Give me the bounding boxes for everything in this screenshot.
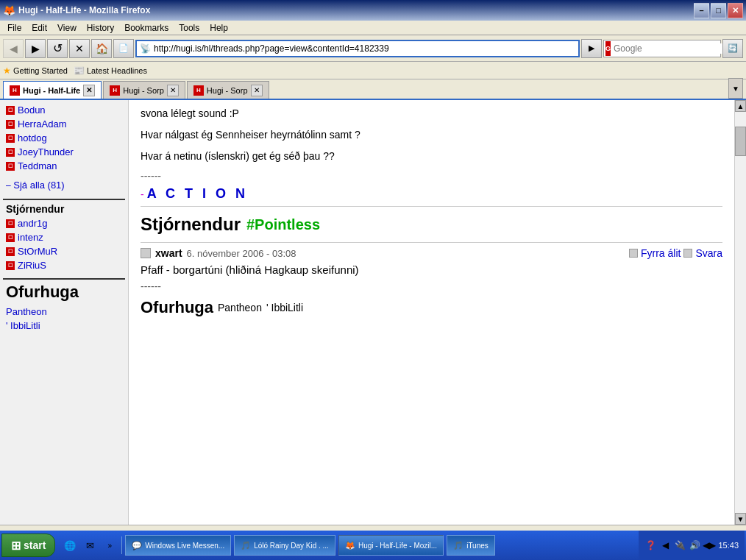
taskbar-item-messenger[interactable]: 💬 Windows Live Messen... (125, 535, 231, 556)
refresh-icon[interactable]: 🔄 (722, 39, 743, 58)
sidebar-item-herraAdam[interactable]: ☐ HerraAdam (0, 117, 128, 131)
sidebar-item-stOrMuR[interactable]: ☐ StOrMuR (0, 244, 128, 258)
tab-label-2: Hugi - Sorp (207, 86, 248, 95)
tab-hugi-sorp-1[interactable]: H Hugi - Sorp ✕ (103, 81, 185, 99)
action-dash: - (141, 188, 144, 200)
action-line: - A C T I O N (141, 186, 722, 202)
reload-button[interactable]: ↺ (47, 39, 68, 58)
sidebar-item-hotdog[interactable]: ☐ hotdog (0, 131, 128, 145)
post-date: 6. nóvember 2006 - 03:08 (187, 248, 296, 259)
tab-icon-2: H (193, 85, 204, 96)
menu-view[interactable]: View (53, 21, 81, 35)
sidebar-item-joeyThunder[interactable]: ☐ JoeyThunder (0, 145, 128, 159)
tray-question: ❓ (644, 539, 656, 551)
menu-history[interactable]: History (82, 21, 118, 35)
tab-close-0[interactable]: ✕ (83, 85, 95, 96)
start-button[interactable]: ⊞ start (1, 534, 55, 557)
tab-icon-0: H (10, 85, 20, 96)
post-header: xwart 6. nóvember 2006 - 03:08 Fyrra áli… (141, 247, 722, 259)
taskbar-label-firefox: Hugi - Half-Life - Mozil... (358, 542, 437, 550)
address-bar[interactable]: 📡 (135, 40, 580, 57)
back-button[interactable]: ◀ (3, 39, 24, 58)
bookmark-getting-started[interactable]: ★ Getting Started (3, 65, 68, 76)
ql-arrow[interactable]: » (101, 536, 118, 554)
bookmarks-bar: ★ Getting Started 📰 Latest Headlines (0, 62, 746, 79)
sidebar-section-stjornendur: Stjórnendur (0, 200, 128, 216)
taskbar-item-itunes[interactable]: 🎵 iTunes (447, 535, 495, 556)
main-content: svona lélegt sound :P Hvar nálgast ég Se… (129, 100, 734, 525)
user-icon-joeyThunder: ☐ (6, 148, 15, 157)
maximize-button[interactable]: □ (711, 3, 726, 18)
search-input[interactable] (612, 43, 725, 54)
user-icon-stOrMuR: ☐ (6, 247, 15, 256)
scroll-thumb[interactable] (735, 127, 746, 156)
taskbar-label-messenger: Windows Live Messen... (145, 542, 224, 550)
taskbar-label-lolorainyday: Lóló Rainy Day Kid . ... (254, 542, 329, 550)
ofurhuga-section: Ofurhuga Pantheon ' IbbiLitli (141, 298, 722, 317)
see-all-link[interactable]: – Sjá alla (81) (0, 177, 128, 193)
tab-label-0: Hugi - Half-Life (23, 86, 80, 95)
close-button[interactable]: ✕ (728, 3, 743, 18)
taskbar-icon-firefox: 🦊 (345, 541, 355, 550)
sidebar-item-bodun[interactable]: ☐ Bodun (0, 103, 128, 117)
prev-link[interactable]: Fyrra álit (641, 247, 681, 259)
reply-link[interactable]: Svara (695, 247, 722, 259)
menu-edit[interactable]: Edit (27, 21, 51, 35)
tab-label-1: Hugi - Sorp (123, 86, 164, 95)
stop-button[interactable]: ✕ (69, 39, 90, 58)
taskbar-item-lolorainyday[interactable]: 🎵 Lóló Rainy Day Kid . ... (234, 535, 335, 556)
search-container: G 🔍 (603, 40, 721, 57)
tray-icons: ❓ ◀ 🔌 🔊 ◀▶ (644, 539, 715, 551)
rss-icon: 📡 (140, 43, 151, 54)
main-scrollbar[interactable]: ▲ ▼ (734, 100, 746, 525)
pantheon-label: Pantheon (218, 302, 262, 313)
menu-help[interactable]: Help (205, 21, 232, 35)
app-icon: 🦊 (3, 4, 15, 16)
bookmark-latest-headlines[interactable]: 📰 Latest Headlines (74, 65, 147, 76)
user-icon-ziRiuS: ☐ (6, 261, 15, 270)
search-engine-icon: G (605, 41, 611, 56)
ofurhuga-label: Ofurhuga (141, 298, 213, 317)
tab-icon-1: H (110, 85, 120, 96)
menu-tools[interactable]: Tools (174, 21, 204, 35)
sidebar-item-ziRiuS[interactable]: ☐ ZiRiuS (0, 258, 128, 272)
tab-hugi-halflife[interactable]: H Hugi - Half-Life ✕ (3, 81, 102, 99)
home-button[interactable]: 🏠 (91, 39, 112, 58)
action-text: A C T I O N (147, 186, 248, 202)
post-author: xwart (155, 247, 182, 259)
content-line3: Hvar á netinu (íslenskri) get ég séð þau… (141, 149, 722, 164)
titlebar-title: Hugi - Half-Life - Mozilla Firefox (18, 5, 150, 15)
reply-icon (683, 249, 692, 258)
tab-close-1[interactable]: ✕ (167, 85, 179, 96)
taskbar-icon-lolorainyday: 🎵 (241, 541, 251, 550)
forward-button[interactable]: ▶ (25, 39, 46, 58)
menu-bookmarks[interactable]: Bookmarks (120, 21, 173, 35)
url-input[interactable] (154, 43, 575, 54)
taskbar-item-firefox[interactable]: 🦊 Hugi - Half-Life - Mozil... (338, 535, 444, 556)
clock: 15:43 (718, 541, 739, 550)
page-button[interactable]: 📄 (113, 39, 134, 58)
ql-ie[interactable]: 🌐 (61, 536, 79, 554)
bookmark-icon: ★ (3, 65, 11, 76)
taskbar-label-itunes: iTunes (466, 542, 489, 550)
go-button[interactable]: ▶ (581, 39, 602, 58)
browser-content: ☐ Bodun ☐ HerraAdam ☐ hotdog ☐ JoeyThund… (0, 100, 746, 525)
ibbilitli-label: ' IbbiLitli (266, 302, 303, 313)
quick-launch: 🌐 ✉ » (58, 536, 122, 554)
sidebar-item-andr1g[interactable]: ☐ andr1g (0, 216, 128, 230)
scroll-down[interactable]: ▼ (735, 513, 746, 525)
sidebar-item-intenz[interactable]: ☐ intenz (0, 230, 128, 244)
scroll-up[interactable]: ▲ (735, 100, 746, 112)
tab-close-2[interactable]: ✕ (251, 85, 263, 96)
sidebar-item-teddman[interactable]: ☐ Teddman (0, 159, 128, 173)
headlines-icon: 📰 (74, 65, 85, 76)
titlebar-controls: – □ ✕ (694, 3, 743, 18)
tab-scroll-arrow[interactable]: ▼ (728, 78, 743, 99)
sidebar-item-pantheon[interactable]: Pantheon (0, 305, 128, 319)
section-heading-line: Stjórnendur #Pointless (141, 211, 722, 238)
minimize-button[interactable]: – (694, 3, 709, 18)
menu-file[interactable]: File (3, 21, 26, 35)
ql-mail[interactable]: ✉ (81, 536, 99, 554)
sidebar-item-ibbilitli[interactable]: ' IbbiLitli (0, 319, 128, 333)
tab-hugi-sorp-2[interactable]: H Hugi - Sorp ✕ (187, 81, 269, 99)
